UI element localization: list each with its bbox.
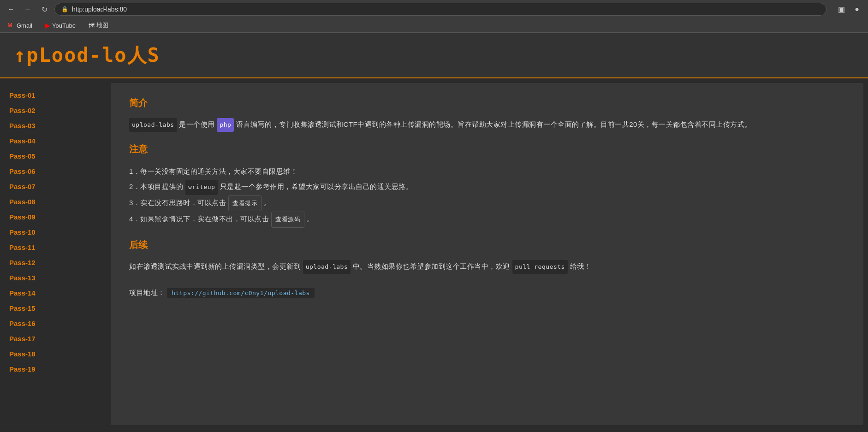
note-section: 注意 1．每一关没有固定的通关方法，大家不要自限思维！ 2．本项目提供的 wri…: [129, 143, 845, 228]
php-code-tag: php: [217, 118, 234, 132]
pull-requests-code: pull requests: [512, 260, 568, 274]
site-header: ↑pLood-lo人S: [0, 33, 868, 78]
page-wrapper: ↑pLood-lo人S Pass-01Pass-02Pass-03Pass-04…: [0, 33, 868, 430]
note-item-3: 3．实在没有思路时，可以点击 查看提示 。: [129, 195, 845, 212]
browser-chrome: ← → ↻ 🔒 http:upload-labs:80 ▣ ● M Gmail …: [0, 0, 868, 33]
sidebar-item-pass16[interactable]: Pass-16: [0, 316, 106, 331]
bookmark-gmail-label: Gmail: [17, 22, 32, 29]
gmail-icon: M: [7, 22, 15, 29]
sidebar-item-pass01[interactable]: Pass-01: [0, 88, 106, 103]
sidebar-item-pass17[interactable]: Pass-17: [0, 331, 106, 346]
sidebar-item-pass14[interactable]: Pass-14: [0, 285, 106, 301]
note-2-pre: 2．本项目提供的: [129, 183, 185, 190]
bookmark-youtube[interactable]: ▶ YouTube: [42, 21, 78, 30]
sidebar-item-pass02[interactable]: Pass-02: [0, 103, 106, 118]
sidebar-item-pass03[interactable]: Pass-03: [0, 118, 106, 133]
sidebar-item-pass08[interactable]: Pass-08: [0, 194, 106, 209]
page-footer: CSDN @航沐忆: [0, 430, 868, 432]
view-source-link[interactable]: 查看源码: [271, 212, 304, 228]
browser-titlebar: ← → ↻ 🔒 http:upload-labs:80 ▣ ●: [0, 0, 868, 18]
content-area: 简介 upload-labs 是一个使用 php 语言编写的，专门收集渗透测试和…: [111, 83, 863, 425]
address-bar-url: http:upload-labs:80: [72, 6, 127, 13]
note-2-post: 只是起一个参考作用，希望大家可以分享出自己的通关思路。: [218, 183, 413, 190]
project-url-link[interactable]: https://github.com/c0ny1/upload-labs: [167, 288, 315, 298]
note-item-2: 2．本项目提供的 writeup 只是起一个参考作用，希望大家可以分享出自己的通…: [129, 179, 845, 195]
youtube-icon: ▶: [45, 22, 50, 29]
followup-paragraph: 如在渗透测试实战中遇到新的上传漏洞类型，会更新到 upload-labs 中。当…: [129, 260, 845, 274]
note-4-post: 。: [304, 215, 314, 223]
note-4-pre: 4．如果黑盒情况下，实在做不出，可以点击: [129, 215, 271, 223]
sidebar-item-pass19[interactable]: Pass-19: [0, 361, 106, 377]
site-logo: ↑pLood-lo人S: [14, 42, 854, 68]
project-url-label: 项目地址：: [129, 289, 165, 296]
sidebar-item-pass06[interactable]: Pass-06: [0, 164, 106, 179]
note-title: 注意: [129, 143, 845, 155]
sidebar-item-pass13[interactable]: Pass-13: [0, 270, 106, 285]
view-hint-link[interactable]: 查看提示: [228, 195, 262, 212]
sidebar-item-pass05[interactable]: Pass-05: [0, 148, 106, 164]
forward-button[interactable]: →: [21, 3, 34, 16]
address-bar[interactable]: 🔒 http:upload-labs:80: [54, 3, 826, 16]
writeup-code: writeup: [185, 180, 218, 195]
back-button[interactable]: ←: [5, 3, 18, 16]
note-3-pre: 3．实在没有思路时，可以点击: [129, 199, 228, 207]
note-item-4: 4．如果黑盒情况下，实在做不出，可以点击 查看源码 。: [129, 211, 845, 228]
intro-text-1: 是一个使用: [177, 120, 217, 128]
intro-section: 简介 upload-labs 是一个使用 php 语言编写的，专门收集渗透测试和…: [129, 97, 845, 132]
followup-title: 后续: [129, 239, 845, 251]
intro-title: 简介: [129, 97, 845, 109]
bookmark-maps-label: 地图: [96, 21, 108, 30]
sidebar-item-pass09[interactable]: Pass-09: [0, 209, 106, 225]
followup-pre: 如在渗透测试实战中遇到新的上传漏洞类型，会更新到: [129, 262, 303, 270]
reload-button[interactable]: ↻: [38, 3, 51, 16]
profile-button[interactable]: ●: [850, 3, 863, 16]
sidebar-item-pass04[interactable]: Pass-04: [0, 133, 106, 148]
maps-icon: 🗺: [89, 22, 95, 29]
bookmark-youtube-label: YouTube: [52, 22, 76, 29]
sidebar-item-pass07[interactable]: Pass-07: [0, 179, 106, 194]
bookmarks-bar: M Gmail ▶ YouTube 🗺 地图: [0, 18, 868, 33]
sidebar: Pass-01Pass-02Pass-03Pass-04Pass-05Pass-…: [0, 78, 106, 430]
browser-actions: ▣ ●: [835, 3, 863, 16]
sidebar-item-pass12[interactable]: Pass-12: [0, 255, 106, 270]
bookmark-gmail[interactable]: M Gmail: [5, 21, 35, 30]
sidebar-item-pass11[interactable]: Pass-11: [0, 240, 106, 255]
address-bar-icon: 🔒: [61, 6, 68, 12]
sidebar-item-pass18[interactable]: Pass-18: [0, 346, 106, 361]
main-layout: Pass-01Pass-02Pass-03Pass-04Pass-05Pass-…: [0, 78, 868, 430]
sidebar-item-pass10[interactable]: Pass-10: [0, 225, 106, 240]
intro-text-2: 语言编写的，专门收集渗透测试和CTF中遇到的各种上传漏洞的靶场。旨在帮助大家对上…: [234, 120, 752, 128]
note-item-1: 1．每一关没有固定的通关方法，大家不要自限思维！: [129, 164, 845, 179]
intro-paragraph: upload-labs 是一个使用 php 语言编写的，专门收集渗透测试和CTF…: [129, 118, 845, 132]
sidebar-item-pass15[interactable]: Pass-15: [0, 301, 106, 316]
note-3-post: 。: [262, 199, 271, 207]
followup-section: 后续 如在渗透测试实战中遇到新的上传漏洞类型，会更新到 upload-labs …: [129, 239, 845, 300]
upload-labs-code-1: upload-labs: [129, 118, 177, 132]
upload-labs-code-2: upload-labs: [303, 260, 351, 274]
project-url-line: 项目地址： https://github.com/c0ny1/upload-la…: [129, 285, 845, 300]
followup-pr-post: 给我！: [568, 262, 591, 270]
followup-post: 中。当然如果你也希望参加到这个工作当中，欢迎: [351, 262, 512, 270]
window-toggle-button[interactable]: ▣: [835, 3, 848, 16]
bookmark-maps[interactable]: 🗺 地图: [86, 20, 111, 30]
